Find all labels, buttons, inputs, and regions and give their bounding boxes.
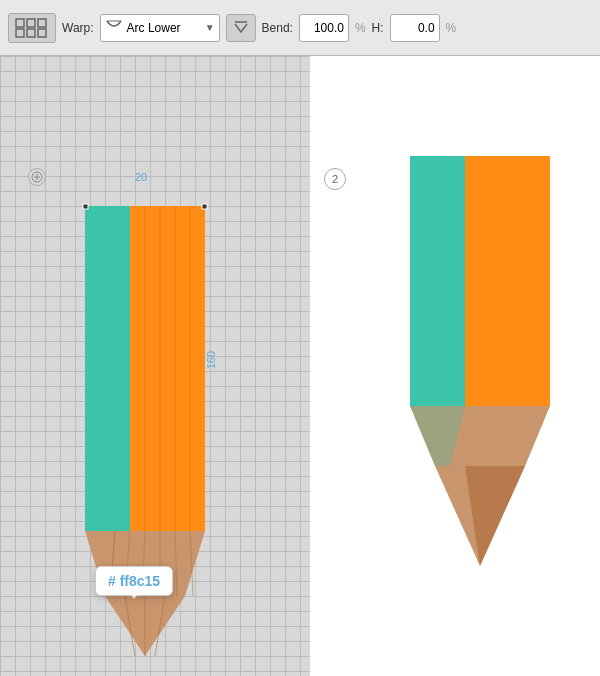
- right-canvas-panel[interactable]: 2: [310, 56, 600, 676]
- canvas-indicator-1: [28, 168, 46, 186]
- svg-rect-31: [465, 156, 550, 406]
- h-unit: %: [446, 21, 457, 35]
- bend-label: Bend:: [262, 21, 293, 35]
- svg-rect-5: [38, 29, 46, 37]
- svg-rect-11: [85, 206, 130, 531]
- pencil-right: [400, 156, 560, 576]
- dropdown-arrow-icon: ▼: [205, 22, 215, 33]
- make-warp-button[interactable]: [226, 14, 256, 42]
- right-canvas-indicator: 2: [324, 168, 346, 190]
- bend-unit: %: [355, 21, 366, 35]
- tool-selector[interactable]: [8, 13, 56, 43]
- svg-rect-2: [38, 19, 46, 27]
- svg-rect-30: [410, 156, 465, 406]
- bend-input[interactable]: [299, 14, 349, 42]
- svg-rect-28: [83, 204, 88, 209]
- h-input[interactable]: [390, 14, 440, 42]
- svg-rect-1: [27, 19, 35, 27]
- warp-selected-value: Arc Lower: [127, 21, 205, 35]
- svg-rect-4: [27, 29, 35, 37]
- warp-dropdown[interactable]: Arc Lower ▼: [100, 14, 220, 42]
- color-tooltip: # ff8c15: [95, 566, 173, 596]
- left-canvas-panel[interactable]: 2 20 160: [0, 56, 310, 676]
- width-dimension-label: 20: [135, 171, 147, 183]
- svg-rect-12: [130, 206, 205, 531]
- h-label: H:: [372, 21, 384, 35]
- warp-arc-icon: [105, 19, 123, 36]
- svg-rect-0: [16, 19, 24, 27]
- main-area: 2 20 160: [0, 56, 600, 676]
- color-value: # ff8c15: [108, 573, 160, 589]
- warp-label: Warp:: [62, 21, 94, 35]
- svg-rect-29: [202, 204, 207, 209]
- svg-rect-3: [16, 29, 24, 37]
- toolbar: Warp: Arc Lower ▼ Bend: % H: %: [0, 0, 600, 56]
